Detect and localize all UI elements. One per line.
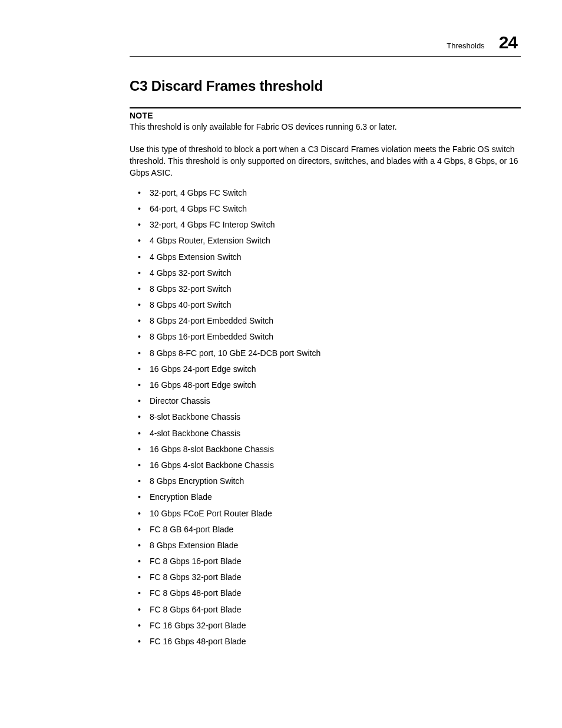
list-item: 4-slot Backbone Chassis: [130, 428, 521, 444]
list-item: 8 Gbps 8-FC port, 10 GbE 24-DCB port Swi…: [130, 348, 521, 364]
list-item: 8 Gbps 40-port Switch: [130, 299, 521, 315]
list-item: 32-port, 4 Gbps FC Switch: [130, 187, 521, 203]
device-list: 32-port, 4 Gbps FC Switch64-port, 4 Gbps…: [130, 187, 521, 652]
note-text: This threshold is only available for Fab…: [130, 121, 521, 133]
list-item: 10 Gbps FCoE Port Router Blade: [130, 508, 521, 524]
list-item: FC 8 GB 64-port Blade: [130, 524, 521, 540]
list-item: 4 Gbps Router, Extension Switch: [130, 235, 521, 251]
list-item: 8 Gbps Encryption Switch: [130, 476, 521, 492]
list-item: 8 Gbps 32-port Switch: [130, 284, 521, 299]
list-item: FC 8 Gbps 64-port Blade: [130, 604, 521, 620]
note-rule: [130, 107, 521, 108]
list-item: 16 Gbps 8-slot Backbone Chassis: [130, 444, 521, 460]
list-item: 64-port, 4 Gbps FC Switch: [130, 203, 521, 219]
page-content: Thresholds 24 C3 Discard Frames threshol…: [0, 0, 562, 687]
list-item: 16 Gbps 48-port Edge switch: [130, 380, 521, 396]
list-item: FC 8 Gbps 48-port Blade: [130, 588, 521, 604]
running-header: Thresholds 24: [130, 32, 521, 52]
header-rule: [130, 56, 521, 57]
intro-paragraph: Use this type of threshold to block a po…: [130, 143, 521, 179]
list-item: 4 Gbps Extension Switch: [130, 252, 521, 268]
list-item: 32-port, 4 Gbps FC Interop Switch: [130, 219, 521, 235]
page-title: C3 Discard Frames threshold: [130, 78, 521, 94]
list-item: 8 Gbps 16-port Embedded Switch: [130, 331, 521, 347]
list-item: FC 8 Gbps 32-port Blade: [130, 572, 521, 588]
list-item: FC 8 Gbps 16-port Blade: [130, 556, 521, 572]
chapter-number: 24: [499, 32, 517, 52]
list-item: 16 Gbps 24-port Edge switch: [130, 364, 521, 380]
list-item: 8 Gbps 24-port Embedded Switch: [130, 315, 521, 331]
list-item: 4 Gbps 32-port Switch: [130, 268, 521, 284]
list-item: FC 16 Gbps 48-port Blade: [130, 636, 521, 652]
list-item: Encryption Blade: [130, 492, 521, 508]
list-item: FC 16 Gbps 32-port Blade: [130, 620, 521, 636]
list-item: 16 Gbps 4-slot Backbone Chassis: [130, 460, 521, 476]
list-item: 8 Gbps Extension Blade: [130, 540, 521, 556]
note-label: NOTE: [130, 111, 521, 120]
list-item: Director Chassis: [130, 396, 521, 411]
list-item: 8-slot Backbone Chassis: [130, 411, 521, 427]
header-section: Thresholds: [447, 41, 484, 50]
